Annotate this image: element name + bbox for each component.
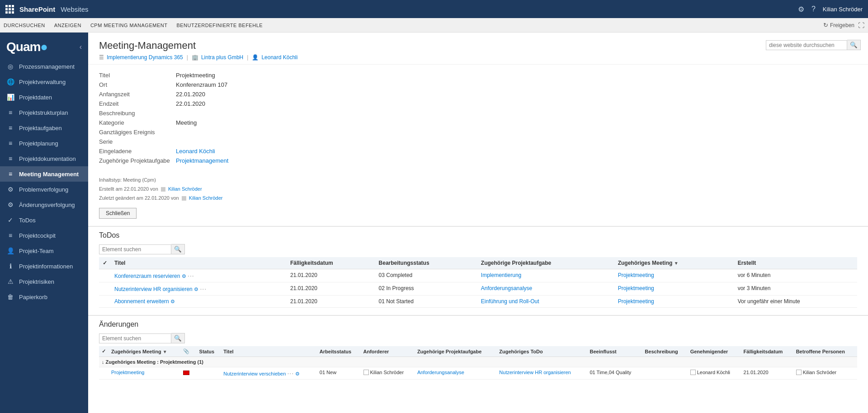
sidebar-item-projektverwaltung[interactable]: 🌐 Projektverwaltung (0, 74, 88, 89)
endzeit-value: 22.01.2020 (176, 100, 205, 107)
sidebar-item-projektstrukturplan[interactable]: ≡ Projektstrukturplan (0, 105, 88, 120)
freigeben-button[interactable]: ↻ Freigeben (823, 22, 854, 28)
sidebar-item-projektinformationen[interactable]: ℹ Projektinformationen (0, 258, 88, 274)
todo-titel-link-3[interactable]: Abonnement erweitern (114, 298, 169, 305)
sidebar-item-projektplanung[interactable]: ≡ Projektplanung (0, 136, 88, 151)
eingeladene-link[interactable]: Leonard Köchli (176, 148, 215, 155)
aenderungen-section-header: Änderungen (88, 315, 868, 331)
page-search-input[interactable] (766, 40, 847, 50)
todo-row: Konferenzraum reservieren ⚙ ··· 21.01.20… (99, 269, 857, 282)
sidebar-label-projektdaten: Projektdaten (19, 94, 52, 101)
aenderungen-table: ✓ Zugehöriges Meeting ▼ 📎 Status Titel A… (99, 346, 857, 380)
ribbon-item-anzeigen[interactable]: Anzeigen (54, 23, 81, 28)
todos-col-meeting: Zugehöriges Meeting ▼ (614, 257, 734, 269)
aend-col-beschreibung: Beschreibung (642, 346, 687, 357)
sidebar-nav: ◎ Prozessmanagement 🌐 Projektverwaltung … (0, 59, 88, 305)
page-search-button[interactable]: 🔍 (847, 40, 861, 50)
prozessmanagement-icon: ◎ (6, 63, 14, 70)
aend-col-attach: 📎 (180, 346, 196, 357)
todo-gear-2[interactable]: ⚙ (194, 286, 198, 292)
maximize-icon[interactable]: ⛶ (858, 22, 864, 29)
breadcrumb-icon-3: 👤 (252, 54, 259, 61)
todos-icon: ✓ (6, 216, 14, 224)
aend-ellipsis-1[interactable]: ··· (287, 370, 294, 377)
aend-gear-1[interactable]: ⚙ (295, 371, 300, 376)
aend-col-genehmigender: Genehmigender (688, 346, 741, 357)
logo-text: Quam● (6, 40, 47, 54)
sidebar-item-todos[interactable]: ✓ ToDos (0, 212, 88, 228)
aend-meeting-1: Projektmeeting (108, 367, 180, 380)
page-search-area: 🔍 (766, 40, 861, 50)
meta-info: Inhaltstyp: Meeting (Cpm) Erstellt am 22… (88, 174, 868, 206)
sidebar-item-projektaufgaben[interactable]: ≡ Projektaufgaben (0, 120, 88, 136)
close-btn-area: Schließen (88, 206, 868, 224)
todo-titel-link-2[interactable]: Nutzerinterview HR organisieren (114, 286, 193, 292)
todo-row: Nutzerinterview HR organisieren ⚙ ··· 21… (99, 282, 857, 296)
anfangszeit-label: Anfangszeit (99, 91, 176, 98)
kategorie-label: Kategorie (99, 119, 176, 126)
sidebar-item-problemverfolgung[interactable]: ⚙ Problemverfolgung (0, 182, 88, 197)
erstellt-user-link[interactable]: Kilian Schröder (168, 186, 202, 192)
sidebar-item-projekt-team[interactable]: 👤 Projekt-Team (0, 243, 88, 258)
sidebar-item-projektrisiken[interactable]: ⚠ Projektrisiken (0, 274, 88, 289)
projekt-team-icon: 👤 (6, 247, 14, 254)
content-area: Meeting-Management ☰ Implementierung Dyn… (88, 33, 868, 413)
betroffene-checkbox (796, 370, 802, 375)
sidebar-label-projektinformationen: Projektinformationen (19, 263, 73, 270)
sidebar-label-projektstrukturplan: Projektstrukturplan (19, 109, 68, 116)
aenderungen-search-button[interactable]: 🔍 (171, 333, 185, 343)
geaendert-user-link[interactable]: Kilian Schröder (189, 195, 223, 201)
close-button[interactable]: Schließen (99, 208, 137, 219)
ribbon-item-durchsuchen[interactable]: Durchsuchen (4, 23, 45, 28)
geaendert-text: Zuletzt geändert am 22.01.2020 von Kilia… (99, 194, 857, 203)
sidebar-item-meeting-management[interactable]: ≡ Meeting Management (0, 166, 88, 182)
group-label: ↓ Zugehöriges Meeting : Projektmeeting (… (99, 357, 857, 367)
anfangszeit-value: 22.01.2020 (176, 91, 205, 98)
beschreibung-label: Beschreibung (99, 110, 176, 117)
projektinformationen-icon: ℹ (6, 263, 14, 270)
aend-col-todo: Zugehöriges ToDo (496, 346, 587, 357)
sidebar-label-projektaufgaben: Projektaufgaben (19, 125, 62, 131)
todo-titel-2: Nutzerinterview HR organisieren ⚙ ··· (111, 282, 287, 296)
page-header: Meeting-Management ☰ Implementierung Dyn… (88, 33, 868, 65)
erstellt-text: Erstellt am 22.01.2020 von Kilian Schröd… (99, 185, 857, 194)
todo-erstellt-1: vor 6 Minuten (734, 269, 857, 282)
sidebar-item-projektdokumentation[interactable]: ≡ Projektdokumentation (0, 151, 88, 166)
breadcrumb-sep-2: | (247, 54, 248, 61)
grid-menu-icon[interactable] (5, 5, 14, 14)
titel-label: Titel (99, 72, 176, 79)
breadcrumb-link-3[interactable]: Leonard Köchli (261, 54, 297, 61)
sidebar-item-projektdaten[interactable]: 📊 Projektdaten (0, 89, 88, 105)
todo-status-2: 02 In Progress (375, 282, 477, 296)
page-title: Meeting-Management (99, 40, 857, 52)
sidebar-toggle[interactable]: ‹ (80, 43, 82, 51)
user-name[interactable]: Kilian Schröder (823, 6, 863, 13)
todos-search-input[interactable] (99, 244, 171, 254)
sidebar-label-aenderungsverfolgung: Änderungsverfolgung (19, 202, 75, 208)
settings-icon[interactable]: ⚙ (798, 5, 804, 14)
breadcrumb-link-1[interactable]: Implementierung Dynamics 365 (107, 54, 183, 61)
projektaufgabe-link[interactable]: Projektmanagement (176, 157, 228, 164)
todos-search-button[interactable]: 🔍 (171, 244, 185, 254)
ribbon-item-befehle[interactable]: Benutzerdefinierte Befehle (176, 23, 263, 28)
help-icon[interactable]: ? (811, 5, 816, 13)
detail-row-titel: Titel Projektmeeting (99, 72, 857, 79)
todo-ellipsis-2[interactable]: ··· (200, 285, 207, 292)
sidebar-item-papierkorb[interactable]: 🗑 Papierkorb (0, 289, 88, 305)
sidebar-item-projektcockpit[interactable]: ≡ Projektcockpit (0, 228, 88, 243)
ribbon-item-cpm[interactable]: CPM Meeting Management (90, 23, 168, 28)
todos-col-erstellt: Erstellt (734, 257, 857, 269)
breadcrumb-icon-2: 🏢 (192, 54, 198, 61)
todo-gear-3[interactable]: ⚙ (170, 299, 175, 304)
todo-faelligkeitsdatum-3: 21.01.2020 (287, 296, 375, 308)
eingeladene-value: Leonard Köchli (176, 148, 215, 155)
endzeit-label: Endzeit (99, 100, 176, 107)
sidebar-item-aenderungsverfolgung[interactable]: ⚙ Änderungsverfolgung (0, 197, 88, 212)
todo-ellipsis-1[interactable]: ··· (188, 272, 194, 279)
aenderungen-search-input[interactable] (99, 333, 171, 343)
sidebar-item-prozessmanagement[interactable]: ◎ Prozessmanagement (0, 59, 88, 74)
breadcrumb-link-2[interactable]: Lintra plus GmbH (201, 54, 243, 61)
projektcockpit-icon: ≡ (6, 232, 14, 239)
todo-gear-1[interactable]: ⚙ (182, 273, 186, 279)
todo-titel-link-1[interactable]: Konferenzraum reservieren (114, 273, 180, 279)
